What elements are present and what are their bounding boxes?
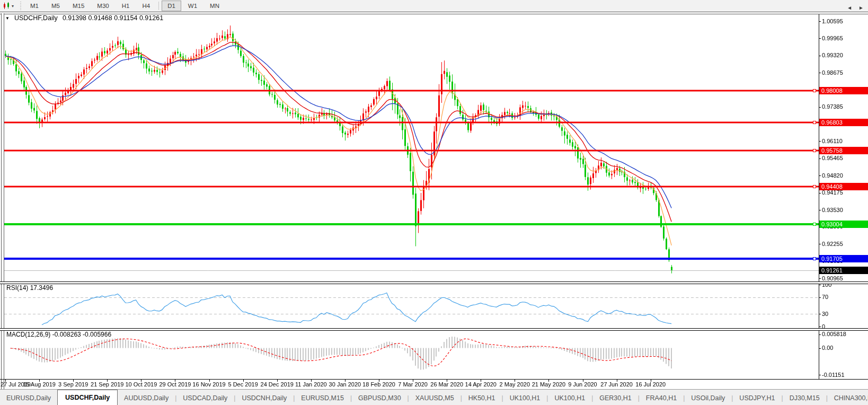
price-level-flag[interactable]: 0.95758 xyxy=(819,147,868,154)
macd-tick-mark xyxy=(819,375,821,375)
price-level-flag[interactable]: 0.93004 xyxy=(819,221,868,228)
price-tick-label: 0.90965 xyxy=(822,275,843,281)
macd-tick-label: 0.00 xyxy=(822,345,833,351)
chart-tab-xauusd-m5[interactable]: XAUUSD,M5 xyxy=(409,391,460,405)
price-tick-label: 0.99965 xyxy=(822,35,843,41)
rsi-tick-mark xyxy=(819,314,821,314)
chart-tab-gbpusd-m30[interactable]: GBPUSD,M30 xyxy=(352,391,408,405)
date-label: 5 Dec 2019 xyxy=(228,381,258,388)
rsi-macd-separator[interactable] xyxy=(0,328,868,331)
price-tick-mark xyxy=(819,210,821,210)
chart-tab-usdcnh-daily[interactable]: USDCNH,Daily xyxy=(235,391,293,405)
macd-tick-mark xyxy=(819,334,821,335)
date-label: 16 Jul 2020 xyxy=(635,381,666,388)
price-tick-label: 0.93530 xyxy=(822,207,843,213)
chart-title: ▼ USDCHF,Daily 0.91398 0.91468 0.91154 0… xyxy=(5,14,163,22)
rsi-tick-mark xyxy=(819,327,821,327)
price-tick-mark xyxy=(819,73,821,73)
tab-scroll-left-icon[interactable]: ◄ xyxy=(847,5,852,11)
price-level-flag[interactable]: 0.96803 xyxy=(819,119,868,126)
price-tick-mark xyxy=(819,175,821,176)
chart-tab-eurusd-m15[interactable]: EURUSD,M15 xyxy=(295,391,350,405)
chart-tab-china300-h4[interactable]: CHINA300,H4 xyxy=(828,391,868,405)
date-label: 11 Jan 2020 xyxy=(295,381,327,388)
price-tick-mark xyxy=(819,21,821,22)
chart-tab-hk50-h1[interactable]: HK50,H1 xyxy=(462,391,502,405)
price-tick-label: 0.98675 xyxy=(822,69,843,76)
date-label: 9 Jun 2020 xyxy=(568,381,597,388)
price-tick-label: 0.94820 xyxy=(822,172,843,179)
date-label: 27 Jun 2020 xyxy=(600,381,633,388)
date-label: 3 Sep 2019 xyxy=(58,381,88,388)
chart-tab-usdcad-daily[interactable]: USDCAD,Daily xyxy=(176,391,234,405)
date-label: 29 Oct 2019 xyxy=(159,381,191,388)
chart-tab-dj30-m15[interactable]: DJ30,M15 xyxy=(783,391,826,405)
symbol-dropdown-caret-icon[interactable]: ▼ xyxy=(5,16,10,21)
price-tick-label: 0.96110 xyxy=(822,138,843,144)
date-label: 24 Dec 2019 xyxy=(261,381,294,388)
tab-scroll-right-icon[interactable]: ► xyxy=(858,5,864,11)
price-tick-mark xyxy=(819,278,821,279)
price-tick-mark xyxy=(819,159,821,159)
chart-tabs-bar: EURUSD,DailyUSDCHF,DailyAUDUSD,Daily|USD… xyxy=(0,389,868,405)
current-price-flag: 0.91261 xyxy=(819,267,868,274)
price-level-flag[interactable]: 0.91705 xyxy=(819,255,868,262)
rsi-tick-label: 30 xyxy=(822,311,828,317)
price-chart-canvas[interactable] xyxy=(0,0,868,405)
date-label: 26 Mar 2020 xyxy=(430,381,463,388)
date-label: 18 Feb 2020 xyxy=(362,381,395,388)
rsi-tick-mark xyxy=(819,297,821,298)
date-label: 7 Mar 2020 xyxy=(398,381,428,388)
price-tick-mark xyxy=(819,56,821,56)
rsi-indicator-label: RSI(14) 17.3496 xyxy=(6,284,53,292)
chart-ohlc-values: 0.91398 0.91468 0.91154 0.91261 xyxy=(63,14,163,22)
price-tick-mark xyxy=(819,193,821,193)
price-level-flag[interactable]: 0.94408 xyxy=(819,183,868,190)
date-label: 15 Aug 2019 xyxy=(23,381,56,388)
main-rsi-separator[interactable] xyxy=(0,281,868,284)
price-tick-label: 0.97385 xyxy=(822,103,843,110)
chart-tab-usdjpy-h1[interactable]: USDJPY,H1 xyxy=(733,391,781,405)
chart-tab-uk100-h1[interactable]: UK100,H1 xyxy=(503,391,547,405)
date-label: 10 Oct 2019 xyxy=(125,381,157,388)
chart-tab-fra40-h1[interactable]: FRA40,H1 xyxy=(640,391,683,405)
tab-scroll-arrows: ◄ ► xyxy=(847,5,864,11)
chart-tab-audusd-daily[interactable]: AUDUSD,Daily xyxy=(118,391,175,405)
mt4-window: ▾ M1M5M15M30H1H4D1W1MN ▼ USDCHF,Daily 0.… xyxy=(0,0,868,405)
chart-window-left-border xyxy=(1,13,4,389)
price-tick-label: 0.92255 xyxy=(822,241,843,247)
price-tick-mark xyxy=(819,141,821,142)
macd-tick-mark xyxy=(819,348,821,349)
date-label: 14 Apr 2020 xyxy=(465,381,497,388)
date-label: 21 Sep 2019 xyxy=(91,381,123,388)
price-tick-label: 0.94175 xyxy=(822,189,843,196)
chart-symbol-label: USDCHF,Daily xyxy=(14,14,58,22)
rsi-tick-label: 70 xyxy=(822,294,828,300)
price-tick-label: 1.00595 xyxy=(822,18,843,24)
chart-tab-usoil-daily[interactable]: USOil,Daily xyxy=(685,391,731,405)
chart-tab-eurusd-daily[interactable]: EURUSD,Daily xyxy=(0,391,57,405)
chart-tab-usdchf-daily[interactable]: USDCHF,Daily xyxy=(57,390,118,405)
price-tick-mark xyxy=(819,38,821,39)
macd-tick-label: 0.005818 xyxy=(822,331,846,337)
chart-tab-ger30-h1[interactable]: GER30,H1 xyxy=(593,391,637,405)
price-tick-mark xyxy=(819,107,821,108)
macd-indicator-label: MACD(12,26,9) -0.008263 -0.005966 xyxy=(6,331,111,338)
price-tick-label: 0.99320 xyxy=(822,52,843,58)
chart-tab-uk100-h1[interactable]: UK100,H1 xyxy=(548,391,591,405)
price-axis-line xyxy=(819,13,819,380)
date-label: 2 May 2020 xyxy=(500,381,530,388)
rsi-tick-mark xyxy=(819,285,821,285)
date-label: 30 Jan 2020 xyxy=(329,381,361,388)
time-axis-line xyxy=(0,379,868,380)
date-label: 21 May 2020 xyxy=(532,381,566,388)
price-tick-label: 0.95465 xyxy=(822,155,843,161)
date-label: 16 Nov 2019 xyxy=(192,381,225,388)
macd-tick-label: -0.01151 xyxy=(822,372,845,378)
price-tick-mark xyxy=(819,244,821,244)
price-level-flag[interactable]: 0.98008 xyxy=(819,87,868,94)
